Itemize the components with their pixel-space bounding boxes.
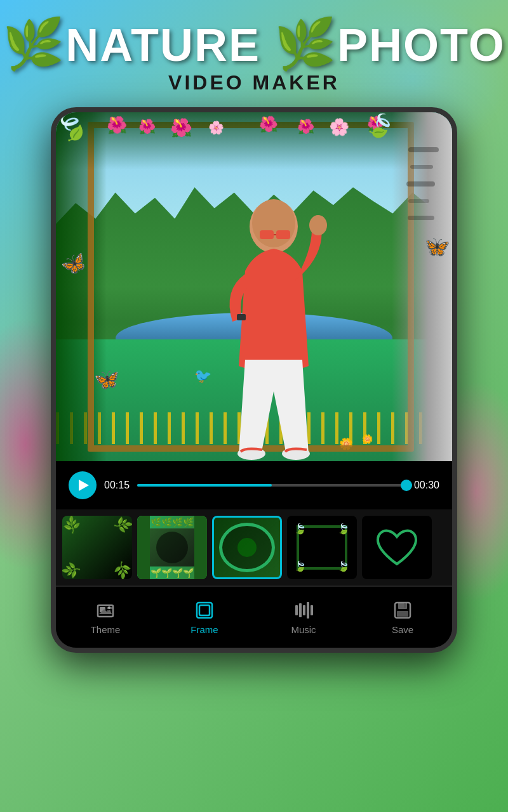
person-svg bbox=[185, 188, 363, 461]
play-button[interactable] bbox=[69, 471, 97, 499]
thumb1-corner-tl: 🌿 bbox=[62, 516, 83, 535]
red-flower-6: 🌺 bbox=[297, 119, 314, 135]
nav-label-save: Save bbox=[392, 624, 413, 635]
thumbnail-strip: 🌿 🌿 🌿 🌿 🌿🌿🌿🌿 🌱🌱🌱🌱 bbox=[56, 509, 452, 586]
time-current: 00:15 bbox=[104, 480, 130, 491]
thumb2-left bbox=[137, 516, 150, 579]
red-flower-3: 🌺 bbox=[170, 117, 192, 138]
thumbnail-1[interactable]: 🌿 🌿 🌿 🌿 bbox=[62, 516, 132, 579]
title-n-icon: 🌿 bbox=[3, 19, 65, 69]
birch-mark1 bbox=[408, 147, 439, 152]
svg-rect-23 bbox=[397, 611, 408, 617]
video-area: 🌼 🌼 🌺 🌺 🌺 🌸 🌺 🌺 🌸 🌺 bbox=[56, 112, 452, 461]
phone-container: 🌼 🌼 🌺 🌺 🌺 🌸 🌺 🌺 🌸 🌺 bbox=[51, 107, 457, 653]
progress-track[interactable] bbox=[137, 484, 406, 487]
title-photo: PHOTO bbox=[337, 20, 505, 70]
thumb3-circle bbox=[219, 523, 275, 572]
red-flower-1: 🌺 bbox=[107, 115, 127, 135]
t4-leaf4: 🍃 bbox=[337, 560, 350, 572]
music-icon bbox=[293, 600, 314, 620]
svg-rect-17 bbox=[299, 603, 302, 617]
thumbnail-3[interactable] bbox=[212, 516, 282, 579]
thumb4-rect: 🍃 🍃 🍃 🍃 bbox=[297, 525, 347, 570]
svg-point-1 bbox=[252, 199, 295, 247]
bird: 🐦 bbox=[194, 368, 211, 384]
thumbnail-4[interactable]: 🍃 🍃 🍃 🍃 bbox=[287, 516, 357, 579]
thumb3-inner-circle bbox=[237, 538, 257, 557]
thumb1-corner-bl: 🌿 bbox=[62, 560, 83, 579]
thumb4-content: 🍃 🍃 🍃 🍃 bbox=[287, 516, 357, 579]
thumb5-heart-container bbox=[362, 516, 432, 579]
title-p-icon: 🌿 bbox=[274, 19, 337, 69]
svg-rect-19 bbox=[307, 602, 309, 619]
svg-point-4 bbox=[309, 215, 327, 235]
nav-label-theme: Theme bbox=[91, 624, 121, 635]
phone-frame: 🌼 🌼 🌺 🌺 🌺 🌸 🌺 🌺 🌸 🌺 bbox=[51, 107, 457, 653]
nav-item-theme[interactable]: Theme bbox=[56, 587, 155, 648]
app-subtitle: VIDEO MAKER bbox=[0, 71, 508, 95]
app-title: 🌿NATURE 🌿PHOTO bbox=[3, 19, 505, 69]
svg-rect-8 bbox=[237, 314, 246, 320]
red-flower-2: 🌺 bbox=[138, 119, 156, 135]
svg-rect-24 bbox=[404, 603, 406, 608]
bottom-nav: Theme Frame Music bbox=[56, 586, 452, 648]
svg-rect-16 bbox=[295, 605, 298, 615]
thumb2-center bbox=[156, 532, 188, 563]
svg-rect-20 bbox=[311, 605, 313, 615]
controls-bar: 00:15 00:30 bbox=[56, 461, 452, 509]
svg-rect-6 bbox=[276, 230, 290, 239]
t4-leaf2: 🍃 bbox=[337, 523, 350, 535]
time-total: 00:30 bbox=[414, 480, 439, 491]
title-nature: NATURE bbox=[65, 20, 260, 70]
nav-item-music[interactable]: Music bbox=[254, 587, 353, 648]
birch-mark3 bbox=[406, 181, 435, 187]
theme-icon bbox=[95, 600, 116, 620]
nav-label-music: Music bbox=[291, 624, 316, 635]
save-icon bbox=[392, 600, 413, 620]
thumb2-right bbox=[194, 516, 207, 579]
svg-point-13 bbox=[108, 606, 110, 609]
svg-rect-5 bbox=[260, 230, 274, 239]
frame-icon bbox=[194, 600, 215, 620]
thumbnail-5[interactable] bbox=[362, 516, 432, 579]
play-icon bbox=[79, 480, 89, 491]
birch-mark4 bbox=[408, 199, 429, 203]
thumb1-corner-tr: 🌿 bbox=[112, 516, 132, 535]
app-header: 🌿NATURE 🌿PHOTO VIDEO MAKER bbox=[0, 0, 508, 101]
svg-rect-15 bbox=[199, 605, 210, 615]
birch-mark5 bbox=[408, 216, 434, 220]
red-flower-5: 🌺 bbox=[259, 115, 278, 133]
svg-rect-18 bbox=[303, 605, 305, 615]
progress-thumb[interactable] bbox=[401, 480, 412, 491]
nav-label-frame: Frame bbox=[190, 624, 218, 635]
thumbnail-2[interactable]: 🌿🌿🌿🌿 🌱🌱🌱🌱 bbox=[137, 516, 207, 579]
nav-item-frame[interactable]: Frame bbox=[155, 587, 254, 648]
thumb1-corner-br: 🌿 bbox=[112, 560, 132, 579]
red-flower-4: 🌸 bbox=[208, 120, 224, 135]
t4-leaf3: 🍃 bbox=[294, 560, 307, 572]
progress-fill bbox=[137, 484, 272, 487]
birch-marks-container bbox=[404, 147, 443, 426]
nav-item-save[interactable]: Save bbox=[353, 587, 452, 648]
butterfly-bottom: 🦋 bbox=[94, 367, 119, 391]
t4-leaf1: 🍃 bbox=[294, 523, 307, 535]
red-flower-7: 🌸 bbox=[329, 117, 349, 137]
heart-svg bbox=[375, 527, 419, 568]
birch-mark2 bbox=[410, 165, 433, 169]
